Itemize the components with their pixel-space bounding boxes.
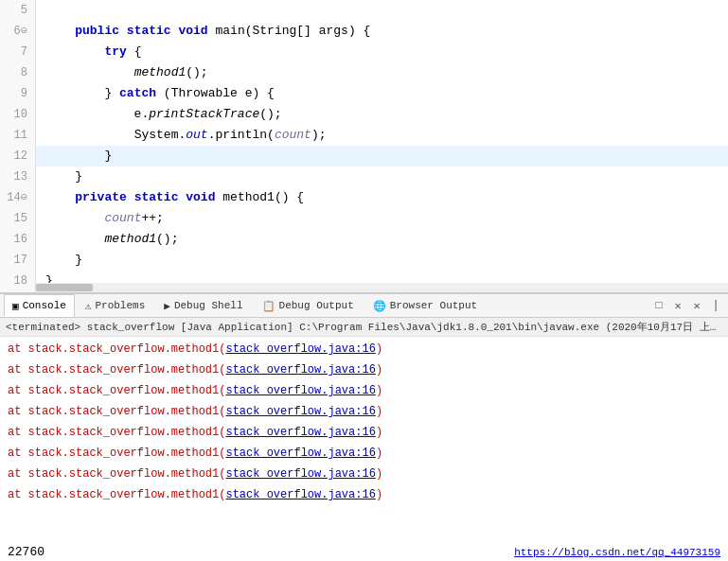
tab-problems-label: Problems xyxy=(95,300,145,311)
line-number: 13 xyxy=(0,167,36,187)
console-line: at stack.stack_overflow.method1(stack_ov… xyxy=(0,464,728,484)
code-content: try { xyxy=(36,42,141,62)
line-number: 18 xyxy=(0,271,36,291)
browser-output-icon: 🌐 xyxy=(373,300,386,312)
code-content: } xyxy=(36,167,82,187)
code-line: 11 System.out.println(count); xyxy=(0,125,728,146)
code-content: method1(); xyxy=(36,62,208,83)
debug-shell-icon: ▶ xyxy=(164,300,170,312)
line-number: 16 xyxy=(0,229,36,250)
stack-link[interactable]: stack_overflow.java:16 xyxy=(225,485,375,504)
line-number: 5 xyxy=(0,0,36,21)
code-content: System.out.println(count); xyxy=(36,125,327,146)
console-line: at stack.stack_overflow.method1(stack_ov… xyxy=(0,422,728,443)
code-editor: 56⊖ public static void main(String[] arg… xyxy=(0,0,728,293)
console-line: at stack.stack_overflow.method1(stack_ov… xyxy=(0,443,728,464)
code-content: private static void method1() { xyxy=(36,187,304,208)
console-toolbar: □ ✕ ✕ | xyxy=(650,297,724,314)
toolbar-btn-3[interactable]: ✕ xyxy=(688,297,705,314)
console-bottom: 22760 https://blog.csdn.net/qq_44973159 xyxy=(0,543,728,561)
code-content: } catch (Throwable e) { xyxy=(36,83,275,104)
console-line: at stack.stack_overflow.method1(stack_ov… xyxy=(0,401,728,422)
line-number: 10 xyxy=(0,104,36,125)
code-content: e.printStackTrace(); xyxy=(36,104,282,125)
debug-output-icon: 📋 xyxy=(262,300,275,312)
console-icon: ▣ xyxy=(12,300,19,312)
code-line: 14⊖ private static void method1() { xyxy=(0,187,728,208)
line-number: 17 xyxy=(0,250,36,271)
code-content: method1(); xyxy=(36,229,178,250)
code-line: 6⊖ public static void main(String[] args… xyxy=(0,21,728,42)
code-line: 12 } xyxy=(0,146,728,167)
tab-browser-output[interactable]: 🌐 Browser Output xyxy=(364,294,486,317)
console-line: at stack.stack_overflow.method1(stack_ov… xyxy=(0,380,728,401)
stack-link[interactable]: stack_overflow.java:16 xyxy=(225,360,375,379)
console-output: at stack.stack_overflow.method1(stack_ov… xyxy=(0,337,728,543)
toolbar-btn-2[interactable]: ✕ xyxy=(669,297,686,314)
code-lines: 56⊖ public static void main(String[] arg… xyxy=(0,0,728,293)
code-line: 16 method1(); xyxy=(0,229,728,250)
stack-link[interactable]: stack_overflow.java:16 xyxy=(225,340,375,359)
tab-console-label: Console xyxy=(23,300,66,311)
tab-debug-output-label: Debug Output xyxy=(279,300,354,311)
console-panel: ▣ Console ⚠ Problems ▶ Debug Shell 📋 Deb… xyxy=(0,293,728,561)
line-number: 14⊖ xyxy=(0,187,36,208)
console-info: <terminated> stack_overflow [Java Applic… xyxy=(0,318,728,337)
problems-icon: ⚠ xyxy=(85,300,92,312)
code-line: 5 xyxy=(0,0,728,21)
code-line: 15 count++; xyxy=(0,208,728,229)
stack-link[interactable]: stack_overflow.java:16 xyxy=(225,381,375,400)
console-line: at stack.stack_overflow.method1(stack_ov… xyxy=(0,359,728,380)
line-number: 19 xyxy=(0,291,36,293)
console-line: at stack.stack_overflow.method1(stack_ov… xyxy=(0,484,728,505)
attribution-link[interactable]: https://blog.csdn.net/qq_44973159 xyxy=(514,547,720,558)
tab-debug-output[interactable]: 📋 Debug Output xyxy=(254,294,363,317)
stack-link[interactable]: stack_overflow.java:16 xyxy=(225,423,375,442)
code-content: } xyxy=(36,146,112,167)
stack-link[interactable]: stack_overflow.java:16 xyxy=(225,402,375,421)
line-number: 7 xyxy=(0,42,36,62)
line-number: 12 xyxy=(0,146,36,167)
code-line: 8 method1(); xyxy=(0,62,728,83)
code-content: count++; xyxy=(36,208,164,229)
toolbar-btn-1[interactable]: □ xyxy=(650,297,667,314)
tab-debug-shell-label: Debug Shell xyxy=(174,300,243,311)
code-scrollbar[interactable] xyxy=(36,283,728,292)
line-number: 15 xyxy=(0,208,36,229)
tab-debug-shell[interactable]: ▶ Debug Shell xyxy=(155,294,251,317)
code-line: 17 } xyxy=(0,250,728,271)
toolbar-divider: | xyxy=(707,297,724,314)
code-content: } xyxy=(36,250,82,271)
line-number: 11 xyxy=(0,125,36,146)
code-line: 13 } xyxy=(0,167,728,187)
stack-link[interactable]: stack_overflow.java:16 xyxy=(225,444,375,463)
stack-link[interactable]: stack_overflow.java:16 xyxy=(225,465,375,483)
scrollbar-thumb[interactable] xyxy=(36,284,93,291)
code-line: 9 } catch (Throwable e) { xyxy=(0,83,728,104)
code-content: public static void main(String[] args) { xyxy=(36,21,370,42)
code-content xyxy=(36,0,45,21)
console-line: at stack.stack_overflow.method1(stack_ov… xyxy=(0,339,728,359)
line-number: 9 xyxy=(0,83,36,104)
line-number: 8 xyxy=(0,62,36,83)
tab-problems[interactable]: ⚠ Problems xyxy=(77,294,153,317)
line-number: 6⊖ xyxy=(0,21,36,42)
tab-console[interactable]: ▣ Console xyxy=(4,294,75,317)
console-tabs-bar: ▣ Console ⚠ Problems ▶ Debug Shell 📋 Deb… xyxy=(0,293,728,318)
code-line: 10 e.printStackTrace(); xyxy=(0,104,728,125)
code-line: 7 try { xyxy=(0,42,728,62)
stack-count: 22760 xyxy=(8,545,44,559)
tab-browser-output-label: Browser Output xyxy=(390,300,477,311)
